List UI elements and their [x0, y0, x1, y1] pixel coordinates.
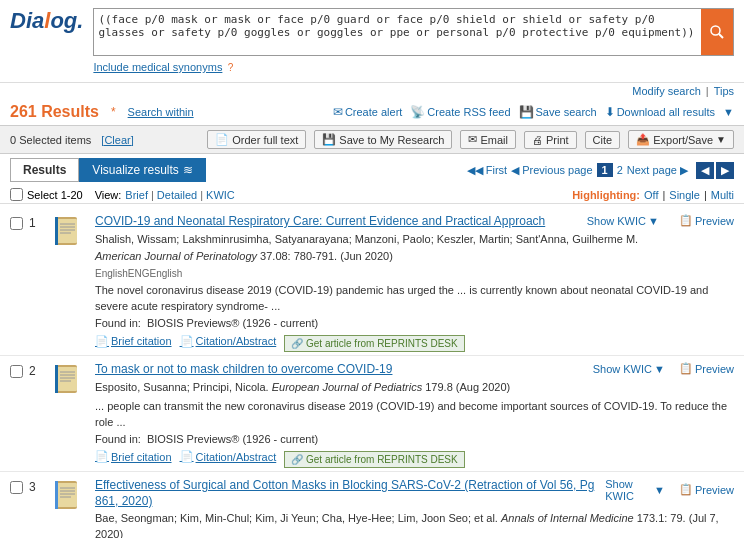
download-icon: ⬇: [605, 105, 615, 119]
order-full-text-button[interactable]: 📄 Order full text: [207, 130, 306, 149]
svg-rect-3: [57, 219, 77, 243]
result-2-brief-citation-link[interactable]: 📄 Brief citation: [95, 450, 172, 463]
citation-abstract-icon-1: 📄: [180, 335, 194, 348]
clear-selection-link[interactable]: [Clear]: [101, 134, 133, 146]
result-2-top-links: Show KWIC ▼ 📋 Preview: [593, 362, 734, 375]
results-count: 261 Results: [10, 103, 99, 121]
first-page-link[interactable]: ◀◀ First: [467, 164, 507, 177]
highlighting-controls: Highlighting: Off | Single | Multi: [572, 189, 734, 201]
print-icon: 🖨: [532, 134, 543, 146]
result-3-content: Effectiveness of Surgical and Cotton Mas…: [95, 478, 734, 538]
result-2-title-link[interactable]: To mask or not to mask children to overc…: [95, 362, 392, 378]
view-brief-link[interactable]: Brief: [125, 189, 148, 201]
svg-rect-17: [57, 483, 77, 507]
save-icon: 💾: [519, 105, 534, 119]
svg-rect-4: [55, 217, 58, 245]
logo: Dialog.: [10, 8, 83, 34]
result-2-found: Found in: BIOSIS Previews® (1926 - curre…: [95, 433, 734, 445]
result-3-book-icon: [51, 478, 87, 514]
save-search-link[interactable]: 💾 Save search: [519, 105, 597, 119]
select-all-checkbox[interactable]: [10, 188, 23, 201]
result-1-journal: American Journal of Perinatology 37.08: …: [95, 249, 734, 264]
tab-results[interactable]: Results: [10, 158, 79, 182]
download-chevron[interactable]: ▼: [723, 106, 734, 118]
view-row: Select 1-20 View: Brief | Detailed | KWI…: [0, 186, 744, 203]
synonyms-info-icon[interactable]: ?: [228, 62, 234, 73]
create-rss-link[interactable]: 📡 Create RSS feed: [410, 105, 510, 119]
previous-page-link[interactable]: ◀ Previous page: [511, 164, 592, 177]
result-3-checkbox[interactable]: [10, 481, 23, 494]
page-navigation: ◀◀ First ◀ Previous page 1 2 Next page ▶…: [467, 162, 734, 179]
preview-icon-3: 📋: [679, 483, 693, 496]
result-1-number: 1: [29, 216, 45, 230]
result-2-show-kwic-link[interactable]: Show KWIC ▼: [593, 363, 665, 375]
synonyms-link[interactable]: Include medical synonyms: [93, 61, 222, 73]
email-icon: ✉: [468, 133, 477, 146]
download-all-link[interactable]: ⬇ Download all results: [605, 105, 715, 119]
modify-search-link[interactable]: Modify search: [632, 85, 700, 97]
result-3-top-links: Show KWIC ▼ 📋 Preview: [605, 478, 734, 502]
citation-icon-2: 📄: [95, 450, 109, 463]
tab-visualize-results[interactable]: Visualize results ≋: [79, 158, 205, 182]
svg-rect-18: [55, 481, 58, 509]
result-1-checkbox[interactable]: [10, 217, 23, 230]
cite-button[interactable]: Cite: [585, 131, 621, 149]
save-research-icon: 💾: [322, 133, 336, 146]
view-label: View:: [95, 189, 122, 201]
header: Dialog. ((face p/0 mask or mask or face …: [0, 0, 744, 83]
search-box-wrapper: ((face p/0 mask or mask or face p/0 guar…: [93, 8, 734, 74]
highlighting-off-link[interactable]: Off: [644, 189, 658, 201]
result-2-content: To mask or not to mask children to overc…: [95, 362, 734, 465]
result-2-reprints-button[interactable]: 🔗 Get article from REPRINTS DESK: [284, 453, 464, 465]
result-2-citation-abstract-link[interactable]: 📄 Citation/Abstract: [180, 450, 277, 463]
email-button[interactable]: ✉ Email: [460, 130, 516, 149]
export-icon: 📤: [636, 133, 650, 146]
wave-icon: ≋: [183, 163, 193, 177]
search-button[interactable]: [701, 9, 733, 55]
result-1-brief-citation-link[interactable]: 📄 Brief citation: [95, 335, 172, 348]
results-list: 1 COVID-19 and Neonatal Respiratory Care…: [0, 204, 744, 538]
table-row: 2 To mask or not to mask children to ove…: [0, 356, 744, 472]
prev-chevron-icon: ◀: [511, 164, 519, 176]
highlighting-single-link[interactable]: Single: [669, 189, 700, 201]
result-1-top-links: Show KWIC ▼ 📋 Preview: [587, 214, 734, 227]
svg-rect-10: [57, 367, 77, 391]
next-page-link[interactable]: Next page ▶: [627, 164, 688, 177]
result-2-number: 2: [29, 364, 45, 378]
view-kwic-link[interactable]: KWIC: [206, 189, 235, 201]
search-input[interactable]: ((face p/0 mask or mask or face p/0 guar…: [94, 9, 701, 55]
nav-prev-arrow[interactable]: ◀: [696, 162, 714, 179]
search-icon: [709, 24, 725, 40]
tips-link[interactable]: Tips: [714, 85, 734, 97]
result-1-title-link[interactable]: COVID-19 and Neonatal Respiratory Care: …: [95, 214, 545, 230]
current-page: 1: [597, 163, 613, 177]
page-2-link[interactable]: 2: [617, 164, 623, 176]
save-to-research-button[interactable]: 💾 Save to My Research: [314, 130, 452, 149]
result-1-citation-abstract-link[interactable]: 📄 Citation/Abstract: [180, 335, 277, 348]
result-3-title-link[interactable]: Effectiveness of Surgical and Cotton Mas…: [95, 478, 605, 509]
result-3-top-row: Effectiveness of Surgical and Cotton Mas…: [95, 478, 734, 509]
result-1-show-kwic-link[interactable]: Show KWIC ▼: [587, 215, 659, 227]
result-1-reprints-button[interactable]: 🔗 Get article from REPRINTS DESK: [284, 337, 464, 349]
highlighting-multi-link[interactable]: Multi: [711, 189, 734, 201]
kwic-chevron-icon: ▼: [648, 215, 659, 227]
create-alert-link[interactable]: ✉ Create alert: [333, 105, 402, 119]
order-icon: 📄: [215, 133, 229, 146]
svg-rect-11: [55, 365, 58, 393]
result-1-abstract: The novel coronavirus disease 2019 (COVI…: [95, 283, 734, 314]
search-within-link[interactable]: Search within: [128, 106, 194, 118]
export-save-button[interactable]: 📤 Export/Save ▼: [628, 130, 734, 149]
nav-next-arrow[interactable]: ▶: [716, 162, 734, 179]
result-1-preview-link[interactable]: 📋 Preview: [679, 214, 734, 227]
result-3-show-kwic-link[interactable]: Show KWIC ▼: [605, 478, 665, 502]
result-2-preview-link[interactable]: 📋 Preview: [679, 362, 734, 375]
result-3-preview-link[interactable]: 📋 Preview: [679, 483, 734, 496]
result-2-checkbox[interactable]: [10, 365, 23, 378]
results-header: 261 Results* Search within ✉ Create aler…: [0, 99, 744, 125]
preview-icon-2: 📋: [679, 362, 693, 375]
kwic-chevron-icon-2: ▼: [654, 363, 665, 375]
view-detailed-link[interactable]: Detailed: [157, 189, 197, 201]
results-asterisk: *: [111, 105, 116, 119]
print-button[interactable]: 🖨 Print: [524, 131, 577, 149]
result-2-top-row: To mask or not to mask children to overc…: [95, 362, 734, 378]
